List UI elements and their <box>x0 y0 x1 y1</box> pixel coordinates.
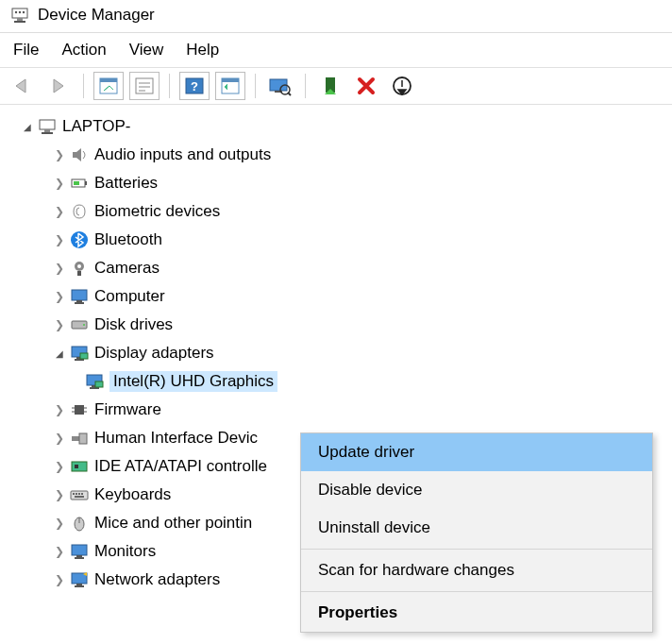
expand-icon[interactable] <box>51 573 68 586</box>
svg-rect-34 <box>75 302 84 304</box>
expand-icon[interactable] <box>51 347 68 360</box>
svg-rect-58 <box>81 493 83 495</box>
context-scan-hardware[interactable]: Scan for hardware changes <box>301 551 652 589</box>
expand-icon[interactable] <box>51 403 68 416</box>
svg-rect-52 <box>72 462 87 471</box>
svg-rect-31 <box>77 271 81 276</box>
tree-item[interactable]: Cameras <box>8 254 672 282</box>
expand-icon[interactable] <box>51 545 68 558</box>
tree-root[interactable]: LAPTOP- <box>8 112 672 141</box>
context-menu: Update driver Disable device Uninstall d… <box>300 432 653 633</box>
expand-icon[interactable] <box>51 148 68 161</box>
svg-rect-45 <box>75 405 84 415</box>
menu-help[interactable]: Help <box>186 41 219 59</box>
svg-rect-26 <box>85 181 87 185</box>
context-properties[interactable]: Properties <box>301 594 652 632</box>
expand-icon[interactable] <box>51 233 68 246</box>
context-separator <box>301 549 652 550</box>
tree-item-label: Display adapters <box>94 344 214 363</box>
display-icon <box>68 344 91 363</box>
menu-action[interactable]: Action <box>61 41 106 59</box>
tree-item-label: Biometric devices <box>94 202 220 221</box>
properties-button[interactable] <box>129 72 160 100</box>
scan-hardware-button[interactable] <box>265 72 295 100</box>
svg-rect-51 <box>79 433 87 444</box>
update-driver-button[interactable] <box>315 72 345 100</box>
action-pane-button[interactable] <box>215 72 245 100</box>
tree-item[interactable]: Biometric devices <box>8 197 672 226</box>
expand-icon[interactable] <box>51 517 68 530</box>
expand-icon[interactable] <box>51 488 68 501</box>
expand-icon[interactable] <box>51 262 68 275</box>
svg-rect-55 <box>73 493 75 495</box>
expand-icon[interactable] <box>51 290 68 303</box>
tree-item[interactable]: Firmware <box>8 396 672 424</box>
context-disable-device[interactable]: Disable device <box>301 471 652 509</box>
back-button[interactable] <box>8 72 38 100</box>
tree-item[interactable]: Batteries <box>8 169 672 197</box>
expand-icon[interactable] <box>51 318 68 331</box>
svg-rect-24 <box>42 132 53 134</box>
tree-item[interactable]: Bluetooth <box>8 226 672 254</box>
menu-view[interactable]: View <box>129 41 164 59</box>
tree-item-label: Monitors <box>94 542 156 561</box>
chip-icon <box>68 400 91 419</box>
svg-rect-62 <box>72 545 87 555</box>
uninstall-device-button[interactable] <box>351 72 381 100</box>
tree-item-label: Firmware <box>94 400 161 419</box>
expand-icon[interactable] <box>19 120 36 133</box>
svg-point-4 <box>19 11 21 13</box>
expand-icon[interactable] <box>51 432 68 445</box>
toolbar-separator <box>169 74 170 98</box>
tree-item[interactable]: Computer <box>8 282 672 311</box>
show-hide-console-tree-button[interactable] <box>93 72 124 100</box>
tree-item-intel-uhd[interactable]: Intel(R) UHD Graphics <box>8 367 672 396</box>
disable-device-button[interactable] <box>387 72 417 100</box>
keyboard-icon <box>68 485 91 504</box>
tree-item-label: Intel(R) UHD Graphics <box>109 371 277 392</box>
hid-icon <box>68 429 91 448</box>
tree-item-label: Network adapters <box>94 570 220 589</box>
window-title: Device Manager <box>38 6 155 25</box>
battery-icon <box>68 174 91 193</box>
svg-rect-57 <box>78 493 80 495</box>
disk-icon <box>68 315 91 334</box>
monitor-icon <box>68 542 91 561</box>
svg-rect-27 <box>74 181 79 185</box>
context-update-driver[interactable]: Update driver <box>301 433 652 471</box>
svg-rect-44 <box>95 381 103 387</box>
display-icon <box>83 372 106 391</box>
monitor-icon <box>68 287 91 306</box>
svg-rect-2 <box>14 21 25 23</box>
svg-rect-56 <box>76 493 77 495</box>
svg-rect-54 <box>71 491 88 500</box>
tree-item-display-adapters[interactable]: Display adapters <box>8 339 672 367</box>
svg-rect-32 <box>72 290 87 300</box>
expand-icon[interactable] <box>51 177 68 190</box>
titlebar: Device Manager <box>0 0 672 33</box>
expand-icon[interactable] <box>51 205 68 218</box>
tree-item[interactable]: Audio inputs and outputs <box>8 141 672 169</box>
help-button[interactable]: ? <box>179 72 210 100</box>
mouse-icon <box>68 514 91 533</box>
tree-item-label: Human Interface Devic <box>94 429 258 448</box>
tree-item-label: Keyboards <box>94 485 171 504</box>
tree-item-label: Disk drives <box>94 315 173 334</box>
expand-icon[interactable] <box>51 460 68 473</box>
tree-item-label: Computer <box>94 287 165 306</box>
camera-icon <box>68 259 91 278</box>
tree-item-label: Audio inputs and outputs <box>94 145 271 164</box>
svg-line-19 <box>288 93 291 95</box>
svg-rect-33 <box>76 300 82 302</box>
svg-point-3 <box>15 11 17 13</box>
menu-file[interactable]: File <box>13 41 39 59</box>
context-uninstall-device[interactable]: Uninstall device <box>301 509 652 547</box>
tree-item-label: Cameras <box>94 259 160 278</box>
tree-item-label: Batteries <box>94 174 158 193</box>
network-icon <box>68 570 91 589</box>
tree-item[interactable]: Disk drives <box>8 311 672 339</box>
svg-rect-40 <box>80 353 88 359</box>
app-icon <box>9 6 30 25</box>
svg-point-36 <box>83 324 85 326</box>
forward-button[interactable] <box>43 72 74 100</box>
